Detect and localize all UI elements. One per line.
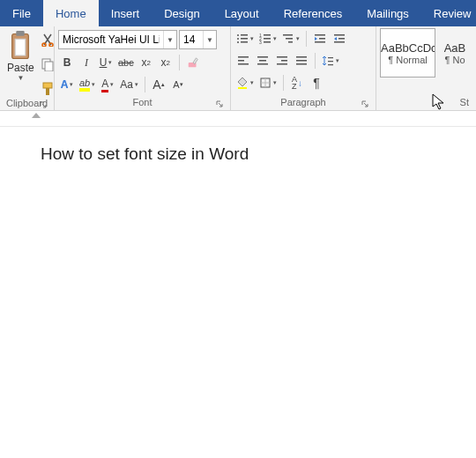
cut-button[interactable] (40, 32, 56, 48)
ribbon-tabs: File Home Insert Design Layout Reference… (0, 0, 476, 26)
align-left-button[interactable] (234, 52, 252, 70)
line-spacing-button[interactable] (320, 52, 341, 70)
chevron-down-icon[interactable]: ▼ (163, 31, 176, 48)
chevron-down-icon[interactable]: ▼ (17, 74, 24, 82)
svg-rect-30 (334, 41, 345, 43)
svg-rect-31 (238, 56, 249, 58)
bullets-button[interactable] (234, 30, 256, 48)
group-styles: AaBbCcDc ¶ Normal AaB ¶ No St (376, 26, 476, 110)
show-marks-button[interactable]: ¶ (308, 74, 325, 92)
subscript-button[interactable]: x2 (138, 54, 155, 71)
grow-font-button[interactable]: A▴ (150, 76, 167, 93)
svg-rect-27 (315, 41, 325, 43)
increase-indent-button[interactable] (331, 30, 348, 48)
clipboard-dialog-launcher[interactable] (38, 100, 48, 110)
shrink-font-button[interactable]: A▾ (169, 76, 187, 93)
tab-mailings[interactable]: Mailings (354, 0, 421, 26)
svg-rect-46 (238, 87, 247, 89)
svg-rect-35 (259, 60, 266, 62)
style-preview: AaBbCcDc (381, 41, 435, 55)
tab-design[interactable]: Design (152, 0, 212, 26)
tab-review[interactable]: Review (421, 0, 476, 26)
numbering-button[interactable]: 123 (257, 30, 279, 48)
format-painter-button[interactable] (40, 81, 56, 97)
chevron-down-icon[interactable]: ▼ (203, 31, 216, 48)
text-effects-button[interactable]: A (58, 76, 76, 93)
superscript-button[interactable]: x2 (157, 54, 175, 71)
svg-rect-28 (334, 34, 345, 36)
style-name: ¶ Normal (381, 55, 435, 65)
copy-button[interactable] (40, 56, 56, 72)
tab-home[interactable]: Home (43, 0, 99, 26)
svg-rect-39 (277, 63, 287, 65)
document-area[interactable]: How to set font size in Word (0, 127, 476, 164)
svg-rect-26 (319, 38, 325, 40)
highlight-button[interactable]: ab (78, 76, 97, 93)
svg-point-14 (237, 41, 239, 43)
align-right-button[interactable] (273, 52, 291, 70)
svg-rect-13 (241, 38, 248, 40)
paste-button[interactable]: Paste ▼ (4, 28, 38, 97)
svg-point-10 (237, 34, 239, 36)
svg-rect-37 (277, 56, 287, 58)
ruler[interactable] (0, 111, 476, 127)
group-paragraph: 123 AZ↓ ¶ Paragr (231, 26, 376, 110)
svg-rect-38 (281, 60, 287, 62)
italic-button[interactable]: I (78, 54, 95, 71)
style-name: ¶ No (438, 55, 472, 65)
underline-button[interactable]: U (97, 54, 115, 71)
ribbon: Paste ▼ Clipboard (0, 26, 476, 111)
svg-rect-2 (16, 39, 26, 55)
strikethrough-button[interactable]: abc (116, 54, 136, 71)
svg-rect-34 (257, 56, 268, 58)
font-color-button[interactable]: A (99, 76, 116, 93)
bold-button[interactable]: B (58, 54, 76, 71)
font-size-input[interactable] (180, 31, 203, 48)
indent-marker-icon[interactable] (32, 113, 41, 118)
borders-button[interactable] (257, 74, 279, 92)
svg-rect-41 (296, 60, 307, 62)
change-case-button[interactable]: Aa (118, 76, 140, 93)
group-font: ▼ ▼ B I U abc x2 x2 A (55, 26, 231, 110)
svg-text:3: 3 (259, 40, 262, 45)
tab-file[interactable]: File (0, 0, 43, 26)
group-clipboard: Paste ▼ Clipboard (0, 26, 55, 110)
sort-button[interactable]: AZ↓ (288, 74, 306, 92)
svg-rect-7 (43, 83, 52, 88)
svg-rect-45 (328, 64, 333, 65)
document-text[interactable]: How to set font size in Word (41, 144, 476, 164)
align-center-button[interactable] (254, 52, 271, 70)
svg-rect-25 (315, 34, 325, 36)
font-size-combo[interactable]: ▼ (179, 30, 217, 49)
svg-rect-8 (46, 88, 49, 95)
justify-button[interactable] (293, 52, 310, 70)
svg-rect-33 (238, 63, 249, 65)
decrease-indent-button[interactable] (311, 30, 329, 48)
style-preview: AaB (438, 41, 472, 55)
svg-rect-32 (238, 60, 244, 62)
tab-insert[interactable]: Insert (99, 0, 152, 26)
paragraph-dialog-launcher[interactable] (360, 99, 370, 109)
svg-rect-40 (296, 56, 307, 58)
svg-rect-22 (283, 34, 293, 36)
svg-rect-36 (257, 63, 268, 65)
tab-references[interactable]: References (271, 0, 354, 26)
clipboard-icon (8, 30, 33, 62)
font-name-combo[interactable]: ▼ (58, 30, 177, 49)
multilevel-list-button[interactable] (280, 30, 301, 48)
tab-layout[interactable]: Layout (212, 0, 271, 26)
clear-formatting-button[interactable] (184, 54, 202, 71)
svg-rect-21 (264, 41, 271, 43)
svg-rect-11 (241, 34, 248, 36)
svg-rect-42 (296, 63, 307, 65)
style-no-spacing[interactable]: AaB ¶ No (437, 28, 472, 78)
svg-point-12 (237, 38, 239, 40)
svg-rect-17 (264, 34, 271, 36)
font-dialog-launcher[interactable] (214, 99, 225, 109)
group-label-paragraph: Paragraph (280, 97, 325, 107)
font-name-input[interactable] (59, 31, 163, 48)
style-normal[interactable]: AaBbCcDc ¶ Normal (380, 28, 435, 78)
svg-rect-43 (328, 57, 333, 58)
shading-button[interactable] (234, 74, 256, 92)
group-label-styles: St (460, 97, 469, 107)
